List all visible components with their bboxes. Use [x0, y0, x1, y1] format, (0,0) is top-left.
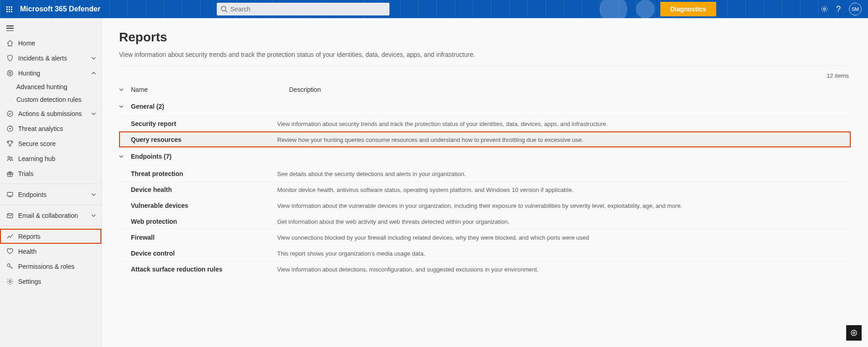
report-name: Firewall [119, 234, 277, 241]
diagnostics-button[interactable]: Diagnostics [660, 2, 716, 16]
sidebar-item-learn[interactable]: Learning hub [0, 151, 101, 166]
sidebar-item-label: Advanced hunting [16, 83, 67, 91]
report-name: Device control [119, 250, 277, 257]
nav-divider [0, 184, 101, 184]
page-title: Reports [119, 30, 851, 45]
report-name: Attack surface reduction rules [119, 266, 277, 273]
sidebar-item-endpoints[interactable]: Endpoints [0, 187, 101, 202]
gear-icon [5, 278, 15, 285]
report-row[interactable]: Device controlThis report shows your org… [119, 245, 851, 261]
report-row[interactable]: Web protectionGet information about the … [119, 213, 851, 229]
sidebar-item-trials[interactable]: Trials [0, 166, 101, 181]
svg-point-3 [7, 70, 13, 76]
svg-point-2 [823, 8, 826, 10]
report-name: Web protection [119, 218, 277, 225]
report-row[interactable]: Device healthMonitor device health, anti… [119, 181, 851, 197]
shield-icon [5, 55, 15, 62]
report-row[interactable]: FirewallView connections blocked by your… [119, 229, 851, 245]
chevron-up-icon [91, 71, 96, 75]
table-header: Name Description [119, 82, 851, 97]
nav-divider [0, 205, 101, 205]
app-launcher-button[interactable] [0, 0, 18, 18]
sidebar-item-perms[interactable]: Permissions & roles [0, 259, 101, 274]
search-wrap [217, 3, 389, 15]
report-row[interactable]: Threat protectionSee details about the s… [119, 166, 851, 181]
sidebar-item-incidents[interactable]: Incidents & alerts [0, 50, 101, 65]
report-description: See details about the security detection… [277, 171, 851, 177]
sidebar-item-label: Permissions & roles [18, 263, 96, 270]
sidebar-item-actions[interactable]: Actions & submissions [0, 106, 101, 121]
sidebar-item-reports[interactable]: Reports [0, 229, 101, 244]
sidebar-subitem-adv-hunt[interactable]: Advanced hunting [0, 80, 101, 93]
help-icon[interactable]: ? [836, 5, 841, 14]
sidebar-item-label: Reports [18, 233, 96, 240]
sidebar-item-label: Secure score [18, 140, 96, 147]
collapse-all-button[interactable] [119, 87, 131, 92]
sidebar-item-label: Home [18, 40, 96, 47]
trophy-icon [5, 140, 15, 147]
svg-point-23 [853, 332, 855, 334]
gift-icon [5, 170, 15, 177]
svg-point-21 [9, 280, 11, 282]
feedback-button[interactable] [846, 325, 862, 341]
sidebar-subitem-custom-rules[interactable]: Custom detection rules [0, 93, 101, 106]
report-description: View information about security trends a… [277, 121, 851, 127]
sidebar-item-threat[interactable]: Threat analytics [0, 121, 101, 136]
search-input[interactable] [217, 3, 389, 15]
waffle-icon [6, 6, 12, 12]
user-avatar[interactable]: SM [849, 3, 862, 15]
svg-point-22 [851, 330, 857, 336]
svg-point-4 [9, 72, 11, 74]
sidebar-item-label: Email & collaboration [18, 212, 91, 219]
check-icon [5, 110, 15, 117]
group-header[interactable]: Endpoints (7) [119, 147, 851, 166]
chevron-down-icon [91, 111, 96, 116]
chevron-down-icon [91, 192, 96, 197]
settings-gear-icon[interactable] [821, 5, 828, 13]
report-description: View information about detections, misco… [277, 266, 851, 273]
group-header[interactable]: General (2) [119, 97, 851, 116]
group-header-label: General (2) [131, 103, 164, 110]
sidebar-item-score[interactable]: Secure score [0, 136, 101, 151]
sidebar-item-label: Learning hub [18, 155, 96, 162]
chevron-down-icon [91, 56, 96, 60]
report-description: View connections blocked by your firewal… [277, 234, 851, 241]
device-icon [5, 191, 15, 198]
app-title: Microsoft 365 Defender [20, 5, 100, 13]
sidebar-item-settings[interactable]: Settings [0, 274, 101, 289]
svg-point-0 [221, 6, 226, 11]
heart-icon [5, 248, 15, 255]
mail-icon [5, 212, 15, 219]
report-name: Query resources [119, 136, 277, 143]
report-description: Review how your hunting queries consume … [277, 136, 851, 143]
radar-icon [5, 125, 15, 132]
nav-collapse-button[interactable] [0, 21, 101, 35]
report-row[interactable]: Attack surface reduction rulesView infor… [119, 261, 851, 277]
svg-point-5 [7, 111, 13, 116]
svg-point-10 [8, 156, 10, 158]
column-header-description[interactable]: Description [289, 86, 851, 93]
sidebar-item-label: Trials [18, 170, 96, 177]
sidebar-item-home[interactable]: Home [0, 35, 101, 50]
svg-line-1 [225, 10, 227, 12]
sidebar-item-label: Health [18, 248, 96, 255]
column-header-name[interactable]: Name [131, 86, 289, 93]
hamburger-icon [6, 25, 14, 31]
report-name: Vulnerable devices [119, 202, 277, 209]
chevron-down-icon [119, 104, 131, 109]
report-row[interactable]: Query resourcesReview how your hunting q… [119, 131, 851, 147]
sidebar-item-label: Endpoints [18, 191, 91, 198]
chevron-down-icon [119, 154, 131, 159]
report-name: Device health [119, 186, 277, 193]
report-row[interactable]: Vulnerable devicesView information about… [119, 197, 851, 213]
home-icon [5, 40, 15, 47]
group-header-label: Endpoints (7) [131, 153, 171, 160]
report-row[interactable]: Security reportView information about se… [119, 116, 851, 131]
item-count: 12 items [119, 66, 851, 82]
report-name: Threat protection [119, 170, 277, 177]
sidebar-item-label: Settings [18, 278, 96, 285]
sidebar-item-hunting[interactable]: Hunting [0, 65, 101, 80]
report-name: Security report [119, 120, 277, 127]
sidebar-item-email[interactable]: Email & collaboration [0, 208, 101, 223]
sidebar-item-health[interactable]: Health [0, 244, 101, 259]
